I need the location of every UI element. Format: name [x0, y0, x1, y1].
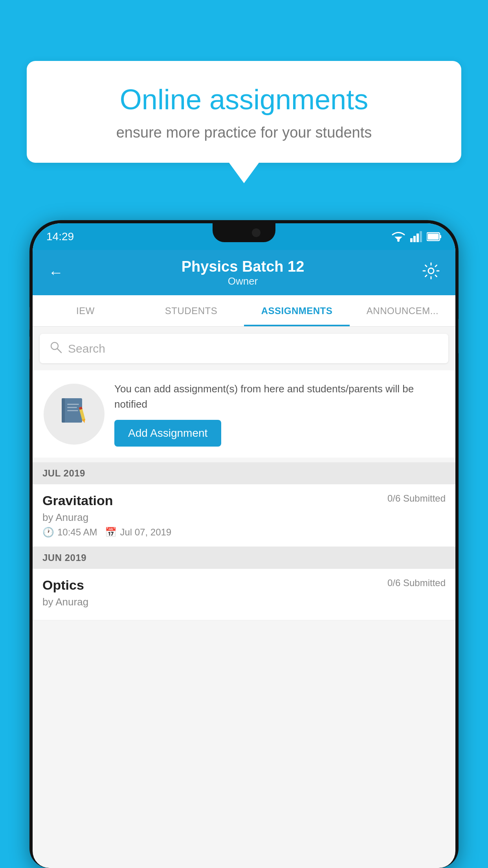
speech-bubble-container: Online assignments ensure more practice … — [27, 61, 461, 183]
svg-rect-5 — [420, 231, 422, 242]
assignment-item-header-optics: Optics 0/6 Submitted — [42, 577, 446, 593]
signal-icon — [410, 231, 422, 242]
tab-bar: IEW STUDENTS ASSIGNMENTS ANNOUNCEM... — [33, 295, 455, 327]
search-icon — [50, 341, 62, 357]
svg-point-9 — [428, 268, 434, 274]
assignment-item-header: Gravitation 0/6 Submitted — [42, 493, 446, 508]
back-button[interactable]: ← — [44, 260, 67, 285]
section-header-jul: JUL 2019 — [33, 462, 455, 484]
tab-iew[interactable]: IEW — [33, 295, 138, 326]
gear-icon — [422, 262, 440, 280]
assignment-item-gravitation[interactable]: Gravitation 0/6 Submitted by Anurag 🕐 10… — [33, 484, 455, 547]
assignment-submitted: 0/6 Submitted — [387, 493, 446, 504]
assignment-title-optics: Optics — [42, 577, 84, 593]
content-area: Search — [33, 327, 455, 620]
assignment-item-optics[interactable]: Optics 0/6 Submitted by Anurag — [33, 569, 455, 620]
svg-rect-4 — [416, 234, 419, 242]
power-button[interactable] — [458, 318, 459, 354]
section-header-jun: JUN 2019 — [33, 547, 455, 569]
add-assignment-button[interactable]: Add Assignment — [114, 420, 221, 447]
speech-bubble-title: Online assignments — [52, 83, 436, 116]
svg-rect-7 — [440, 235, 441, 238]
speech-bubble-arrow — [229, 163, 259, 183]
assignment-by-optics: by Anurag — [42, 596, 446, 608]
battery-icon — [427, 232, 442, 241]
svg-line-11 — [57, 349, 61, 353]
phone-notch — [213, 223, 275, 242]
top-bar-subtitle: Owner — [67, 275, 418, 287]
wifi-icon — [391, 231, 405, 242]
camera — [252, 228, 261, 237]
top-bar: ← Physics Batch 12 Owner — [33, 250, 455, 295]
status-time: 14:29 — [46, 230, 74, 243]
svg-rect-13 — [62, 398, 65, 423]
clock-icon: 🕐 — [42, 527, 54, 538]
search-svg — [50, 341, 62, 353]
tab-students[interactable]: STUDENTS — [138, 295, 244, 326]
svg-rect-15 — [67, 407, 77, 408]
top-bar-title-container: Physics Batch 12 Owner — [67, 258, 418, 287]
assignment-date: 📅 Jul 07, 2019 — [105, 527, 171, 538]
volume-up-button[interactable] — [29, 307, 30, 330]
svg-rect-14 — [67, 404, 79, 405]
promo-card: You can add assignment(s) from here and … — [33, 370, 455, 458]
svg-rect-16 — [67, 410, 78, 411]
calendar-icon: 📅 — [105, 527, 117, 538]
promo-content: You can add assignment(s) from here and … — [114, 381, 444, 447]
speech-bubble: Online assignments ensure more practice … — [27, 61, 461, 163]
svg-point-1 — [397, 239, 400, 242]
tab-announcements[interactable]: ANNOUNCEM... — [350, 295, 455, 326]
promo-icon-circle — [44, 384, 105, 445]
svg-rect-3 — [413, 236, 416, 242]
status-icons — [391, 231, 442, 242]
notebook-svg — [59, 395, 90, 427]
phone-frame: 14:29 — [29, 220, 459, 868]
tab-assignments[interactable]: ASSIGNMENTS — [244, 295, 350, 326]
search-bar[interactable]: Search — [40, 334, 448, 363]
volume-down-button[interactable] — [29, 336, 30, 360]
assignment-meta: 🕐 10:45 AM 📅 Jul 07, 2019 — [42, 527, 446, 538]
svg-rect-8 — [428, 234, 439, 240]
assignment-title: Gravitation — [42, 493, 113, 508]
speech-bubble-subtitle: ensure more practice for your students — [52, 124, 436, 141]
top-bar-title: Physics Batch 12 — [67, 258, 418, 275]
assignment-submitted-optics: 0/6 Submitted — [387, 577, 446, 588]
assignment-by: by Anurag — [42, 511, 446, 524]
svg-rect-2 — [410, 238, 413, 242]
promo-text: You can add assignment(s) from here and … — [114, 381, 444, 412]
assignment-time: 🕐 10:45 AM — [42, 527, 97, 538]
svg-marker-18 — [82, 419, 86, 423]
settings-button[interactable] — [418, 258, 444, 287]
search-placeholder: Search — [68, 342, 105, 355]
phone-screen: 14:29 — [33, 223, 455, 868]
notebook-icon — [59, 395, 90, 433]
